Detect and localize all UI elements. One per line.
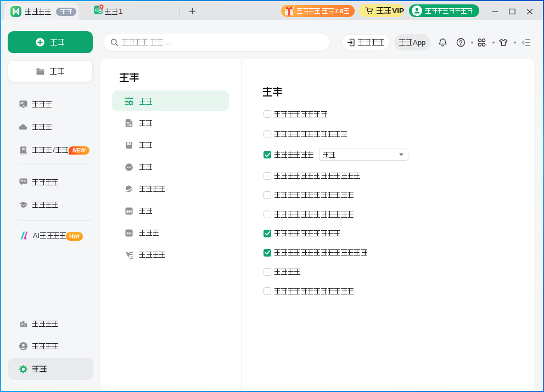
svg-text:EN: EN [126,209,132,214]
svg-text:Fn: Fn [126,231,132,236]
